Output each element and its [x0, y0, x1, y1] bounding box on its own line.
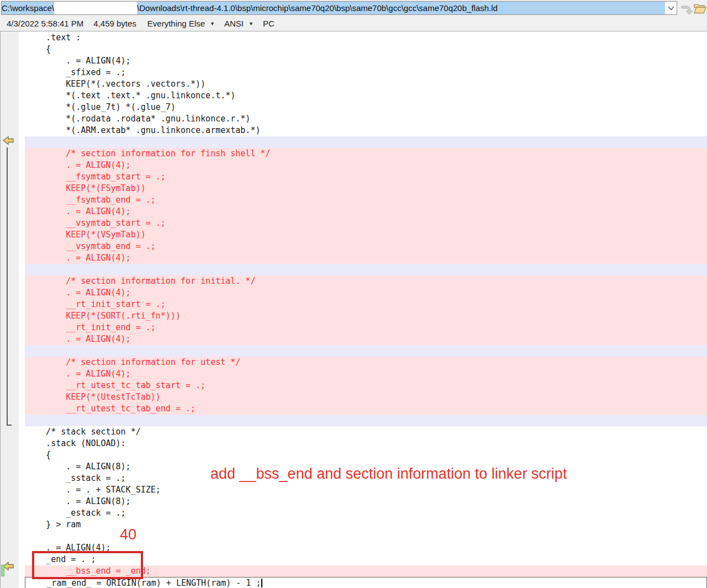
code-line[interactable]: { — [25, 44, 707, 55]
file-info-bar: 4/3/2022 5:58:41 PM 4,459 bytes Everythi… — [0, 16, 707, 31]
code-line[interactable]: _estack = .; — [25, 507, 707, 519]
code-line[interactable]: /* stack section */ — [25, 426, 707, 438]
diff-editor-pane: .text : { . = ALIGN(4); _sfixed = .; KEE… — [0, 31, 707, 588]
code-line[interactable]: /* section information for initial. */ — [25, 276, 707, 287]
code-line[interactable] — [25, 415, 707, 426]
code-line[interactable]: *(.text .text.* .gnu.linkonce.t.*) — [25, 90, 707, 102]
file-timestamp: 4/3/2022 5:58:41 PM — [7, 19, 83, 28]
swap-sides-button — [680, 2, 693, 15]
encoding-dropdown-triangle-icon[interactable]: ▼ — [249, 21, 254, 27]
code-line[interactable] — [25, 264, 707, 276]
code-line[interactable]: . = ALIGN(4); — [25, 160, 707, 171]
code-line[interactable]: __rt_utest_tc_tab_start = .; — [25, 380, 707, 391]
code-line[interactable]: . = ALIGN(4); — [25, 206, 707, 218]
code-line[interactable]: *(.glue_7t) *(.glue_7) — [25, 102, 707, 113]
copy-section-left-button[interactable] — [2, 136, 14, 145]
code-line[interactable]: __fsymtab_end = .; — [25, 194, 707, 206]
file-path-combobox[interactable]: C:\workspace\ \Downloads\rt-thread-4.1.0… — [1, 1, 677, 15]
code-line[interactable]: KEEP(*(VSymTab)) — [25, 229, 707, 241]
linker-script-code: .text : { . = ALIGN(4); _sfixed = .; KEE… — [19, 32, 707, 588]
code-line[interactable]: __rt_init_start = .; — [25, 299, 707, 310]
file-path-redacted-gap — [54, 2, 137, 14]
review-annotation-number: 40 — [120, 526, 136, 543]
encoding-dropdown[interactable]: ANSI — [224, 19, 244, 28]
code-line[interactable]: . = ALIGN(4); — [25, 333, 707, 345]
code-line[interactable]: . = . + STACK_SIZE; — [25, 484, 707, 496]
open-folder-icon — [693, 2, 706, 14]
swap-arrow-icon — [680, 2, 693, 14]
code-line[interactable]: __vsymtab_start = .; — [25, 218, 707, 229]
file-path-suffix: \Downloads\rt-thread-4.1.0\bsp\microchip… — [137, 2, 665, 14]
code-line[interactable]: . = ALIGN(8); — [25, 496, 707, 507]
merge-left-arrow-icon — [2, 136, 14, 145]
code-line[interactable]: /* section information for finsh shell *… — [25, 148, 707, 160]
file-size: 4,459 bytes — [93, 19, 136, 28]
line-endings-label: PC — [263, 19, 275, 28]
review-annotation-rectangle — [32, 551, 143, 579]
code-line[interactable] — [25, 345, 707, 357]
code-line[interactable]: __rt_init_end = .; — [25, 322, 707, 333]
diff-section-bracket — [7, 147, 12, 426]
chevron-down-icon — [668, 6, 674, 10]
code-line[interactable]: { — [25, 449, 707, 461]
code-line[interactable]: _sfixed = .; — [25, 67, 707, 78]
review-annotation-text: add __bss_end and section information to… — [210, 465, 567, 483]
code-line[interactable]: .text : — [25, 32, 707, 44]
file-path-bar: C:\workspace\ \Downloads\rt-thread-4.1.0… — [0, 0, 707, 16]
code-line[interactable]: __rt_utest_tc_tab_end = .; — [25, 403, 707, 415]
format-dropdown-triangle-icon[interactable]: ▼ — [210, 21, 215, 27]
code-line[interactable]: .stack (NOLOAD): — [25, 438, 707, 449]
file-format-dropdown[interactable]: Everything Else — [147, 19, 205, 28]
code-line[interactable]: KEEP(*(FSymTab)) — [25, 183, 707, 194]
code-line[interactable]: KEEP(*(UtestTcTab)) — [25, 391, 707, 403]
code-line[interactable]: KEEP(*(SORT(.rti_fn*))) — [25, 310, 707, 322]
code-line[interactable]: *(.rodata .rodata* .gnu.linkonce.r.*) — [25, 113, 707, 125]
code-line[interactable]: . = ALIGN(4); — [25, 287, 707, 299]
code-line[interactable]: /* section information for utest */ — [25, 357, 707, 368]
code-line[interactable]: . = ALIGN(4); — [25, 252, 707, 264]
text-caret — [261, 579, 262, 587]
current-section-marker — [1, 565, 4, 576]
diff-gutter — [1, 31, 19, 588]
code-line[interactable]: KEEP(*(.vectors .vectors.*)) — [25, 78, 707, 90]
code-line[interactable]: . = ALIGN(4); — [25, 55, 707, 67]
code-line[interactable]: *(.ARM.extab* .gnu.linkonce.armextab.*) — [25, 125, 707, 136]
path-dropdown-button[interactable] — [665, 2, 677, 14]
code-line[interactable] — [25, 136, 707, 148]
browse-file-button[interactable] — [693, 2, 706, 15]
file-path-prefix: C:\workspace\ — [2, 2, 54, 14]
code-line[interactable]: __fsymtab_start = .; — [25, 171, 707, 183]
code-line[interactable]: __vsymtab_end = .; — [25, 241, 707, 252]
code-line[interactable]: . = ALIGN(4); — [25, 368, 707, 380]
